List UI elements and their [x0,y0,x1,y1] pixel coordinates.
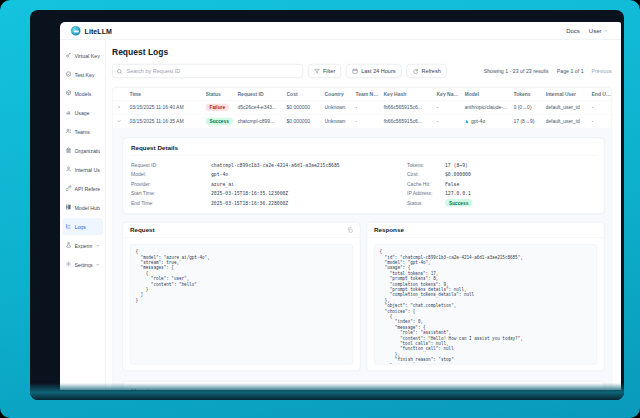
sidebar-item-organizations[interactable]: Organizations [63,142,104,159]
pagination: Showing 1 - 23 of 23 results Page 1 of 1… [484,68,612,74]
col-request-id: Request ID [238,91,287,97]
refresh-button[interactable]: Refresh [406,64,446,78]
sidebar-item-internal-users[interactable]: Internal Users [63,161,104,178]
table-row[interactable]: 03/15/2025 11:16:40 AM Failure d5c26ce4-… [113,101,612,115]
status-badge: Success [445,199,472,207]
settings-icon [66,260,72,269]
frame-bottom-glow [30,383,624,400]
request-panel: Request { "model": "azure_ai/gpt-4o", "s… [123,222,361,371]
request-details-card: Request Details Request ID:chatcmpl-c899… [123,138,605,215]
previous-page-button[interactable]: Previous [592,68,612,74]
sidebar-item-virtual-keys[interactable]: Virtual Keys [63,47,104,64]
provider-value: azure_ai [211,181,234,187]
status-badge: Success [206,118,233,126]
col-model: Model [465,91,514,97]
response-json: { "id": "chatcmpl-c899c1b3-ca2e-4214-a6d… [374,244,597,365]
chevron-down-icon [604,27,609,34]
model-value: gpt-4o [211,172,228,178]
start-time-value: 2025-03-15T18:16:35.123000Z [211,191,288,197]
sidebar-item-models[interactable]: Models [63,85,104,102]
chevron-down-icon [96,241,101,250]
cache-hit-value: False [445,181,459,187]
request-panel-title: Request [130,227,155,234]
sidebar: Virtual Keys Test Key Models Usage Teams [60,40,106,390]
search-input[interactable] [112,64,303,78]
teams-icon [66,127,72,136]
internal-users-icon [66,165,72,174]
page-title: Request Logs [112,47,612,57]
logs-icon [66,222,72,231]
sidebar-item-teams[interactable]: Teams [63,123,104,140]
sidebar-item-settings[interactable]: Settings [63,256,104,273]
logs-table-card: Time Status Request ID Cost Country Team… [112,87,612,390]
page-indicator: Page 1 of 1 [557,68,584,74]
cost-value: $0.000000 [445,172,471,178]
col-internal-user: Internal User [546,91,592,97]
model-hub-icon [66,203,72,212]
request-details-title: Request Details [131,144,596,156]
sidebar-item-usage[interactable]: Usage [63,104,104,121]
calendar-icon [352,68,358,74]
sidebar-item-experimental[interactable]: Experimental [63,237,104,254]
organizations-icon [66,146,72,155]
table-header-row: Time Status Request ID Cost Country Team… [113,88,612,101]
brand-name: LiteLLM [85,27,113,35]
tokens-value: 17 (8→9) [445,162,468,168]
user-menu-label: User [589,27,602,34]
test-key-icon [66,70,72,79]
col-cost: Cost [287,91,325,97]
docs-link[interactable]: Docs [566,27,580,34]
col-time: Time [130,91,206,97]
api-reference-icon [66,184,72,193]
top-navbar: LiteLLM Docs User [60,22,621,40]
collapse-row-icon[interactable] [117,118,130,124]
filter-button[interactable]: Filter [308,64,341,78]
user-menu[interactable]: User [589,27,608,34]
sidebar-item-api-reference[interactable]: API Reference [63,180,104,197]
browser-window-frame: LiteLLM Docs User Virtual Keys [30,10,624,400]
time-range-button[interactable]: Last 24 Hours [346,64,401,78]
refresh-icon [412,68,418,74]
search-icon [117,68,123,77]
col-key-hash: Key Hash [384,91,437,97]
desktop-background: LiteLLM Docs User Virtual Keys [0,0,640,418]
chevron-down-icon [96,260,101,269]
models-icon [66,89,72,98]
col-country: Country [325,91,356,97]
brand: LiteLLM [71,26,112,36]
request-id-value: chatcmpl-c899c1b3-ca2e-4214-a6d1-a3ae215… [211,162,340,168]
response-panel: Response { "id": "chatcmpl-c899c1b3-ca2e… [367,222,605,371]
col-key-name: Key Name [437,91,465,97]
sidebar-item-test-key[interactable]: Test Key [63,66,104,83]
copy-icon[interactable] [347,227,353,233]
table-row-expanded[interactable]: 03/15/2025 11:16:35 AM Success chatcmpl-… [113,115,612,129]
response-panel-title: Response [374,227,404,234]
search-box [112,64,303,78]
toolbar: Filter Last 24 Hours Refresh Showing 1 -… [112,64,612,78]
col-end-user: End User [592,91,613,97]
col-team-name: Team Name [356,91,384,97]
sidebar-item-model-hub[interactable]: Model Hub [63,199,104,216]
usage-icon [66,108,72,117]
filter-icon [314,68,320,74]
end-time-value: 2025-03-15T18:16:36.228000Z [211,200,288,206]
main-content: Request Logs Filter Last 24 Hou [106,40,621,390]
status-badge: Failure [206,104,230,112]
expanded-row-details: Request Details Request ID:chatcmpl-c899… [113,129,612,390]
sidebar-item-logs[interactable]: Logs [63,218,104,235]
expand-row-icon[interactable] [117,104,130,110]
litellm-app-window: LiteLLM Docs User Virtual Keys [60,22,621,390]
experimental-icon [66,241,72,250]
litellm-logo-icon [71,26,81,36]
ip-address-value: 127.0.0.1 [445,191,471,197]
request-json: { "model": "azure_ai/gpt-4o", "stream": … [130,244,353,365]
col-tokens: Tokens [514,91,546,97]
results-count: Showing 1 - 23 of 23 results [484,68,549,74]
col-status: Status [206,91,238,97]
azure-provider-icon [465,119,470,124]
key-icon [66,51,72,60]
